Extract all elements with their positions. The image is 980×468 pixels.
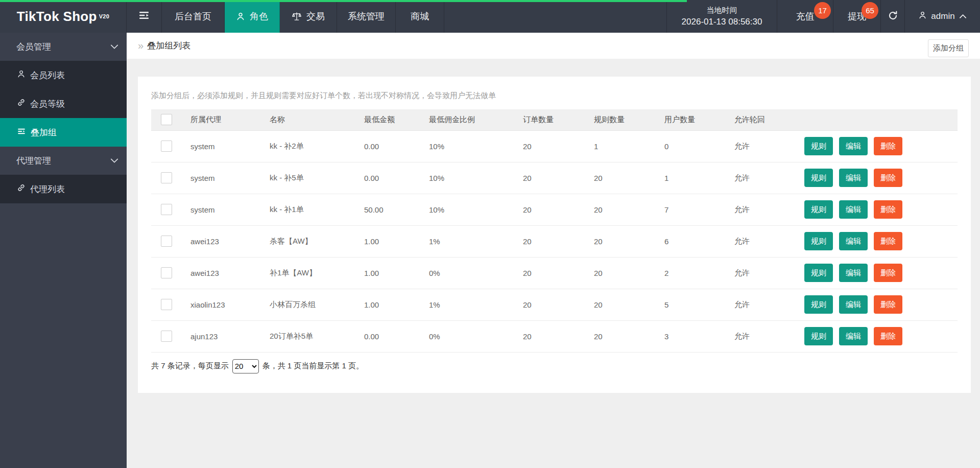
link-icon [17,98,26,109]
withdraw-badge: 65 [862,2,878,19]
cell-min-amount: 50.00 [364,194,429,225]
sidebar-item-member-level-label: 会员等级 [30,98,65,110]
edit-button[interactable]: 编辑 [839,200,868,219]
chevron-down-icon [110,42,118,52]
rule-button[interactable]: 规则 [804,169,833,187]
row-checkbox[interactable] [161,141,172,152]
edit-button[interactable]: 编辑 [839,232,868,250]
cell-name: kk - 补1单 [270,194,364,225]
cell-min-commission: 1% [429,289,523,320]
row-checkbox[interactable] [161,267,172,278]
edit-button[interactable]: 编辑 [839,295,868,314]
logo-version: V20 [99,13,109,19]
cell-actions: 规则编辑删除 [804,130,958,162]
cell-rule-count: 20 [594,320,664,352]
local-time-block: 当地时间 2026-01-13 08:56:30 [666,0,777,33]
user-name: admin [931,11,954,21]
delete-button[interactable]: 删除 [874,169,902,187]
add-group-button[interactable]: 添加分组 [928,39,969,57]
cell-agent: awei123 [190,225,270,257]
nav-item-home[interactable]: 后台首页 [162,0,225,33]
cell-min-commission: 10% [429,194,523,225]
nav-home-label: 后台首页 [175,10,211,22]
row-checkbox[interactable] [161,299,172,310]
rule-button[interactable]: 规则 [804,327,833,345]
nav-trade-label: 交易 [306,10,325,22]
rule-button[interactable]: 规则 [804,264,833,282]
sidebar-item-stack-group[interactable]: 叠加组 [0,118,127,147]
sidebar-toggle-button[interactable] [127,0,162,33]
cell-name: 补1单【AW】 [270,257,364,289]
logo-text: TikTok Shop [17,9,97,25]
edit-button[interactable]: 编辑 [839,137,868,155]
recharge-label: 充值 [796,10,815,22]
col-name: 名称 [270,109,364,130]
delete-button[interactable]: 删除 [874,232,902,250]
cell-allow-loop: 允许 [734,194,804,225]
recharge-button[interactable]: 充值 17 [777,0,833,33]
cell-user-count: 0 [664,130,734,162]
sidebar-group-agent[interactable]: 代理管理 [0,147,127,175]
cell-user-count: 6 [664,225,734,257]
sidebar: 会员管理 会员列表 会员等级 叠加组 代理管理 [0,33,127,468]
sidebar-item-member-list[interactable]: 会员列表 [0,61,127,89]
rule-button[interactable]: 规则 [804,200,833,219]
delete-button[interactable]: 删除 [874,264,902,282]
row-checkbox[interactable] [161,236,172,247]
header-spacer [444,0,666,33]
delete-button[interactable]: 删除 [874,137,902,155]
delete-button[interactable]: 删除 [874,327,902,345]
row-checkbox[interactable] [161,204,172,215]
cell-allow-loop: 允许 [734,162,804,194]
select-all-checkbox[interactable] [161,114,172,125]
user-menu[interactable]: admin [905,0,980,33]
sidebar-item-agent-list[interactable]: 代理列表 [0,175,127,203]
col-min-commission: 最低佣金比例 [429,109,523,130]
edit-button[interactable]: 编辑 [839,264,868,282]
link-icon [17,183,26,195]
nav-item-mall[interactable]: 商城 [396,0,444,33]
row-checkbox[interactable] [161,331,172,342]
cell-order-count: 20 [523,225,594,257]
delete-button[interactable]: 删除 [874,295,902,314]
cell-agent: awei123 [190,257,270,289]
edit-button[interactable]: 编辑 [839,327,868,345]
group-table-body: systemkk - 补2单0.0010%2010允许规则编辑删除systemk… [151,130,958,352]
cell-rule-count: 20 [594,225,664,257]
cell-order-count: 20 [523,194,594,225]
refresh-button[interactable] [881,0,905,33]
rule-button[interactable]: 规则 [804,137,833,155]
hamburger-icon [138,9,150,24]
cell-min-amount: 1.00 [364,289,429,320]
nav-mall-label: 商城 [411,10,429,22]
edit-button[interactable]: 编辑 [839,169,868,187]
local-time-value: 2026-01-13 08:56:30 [682,16,762,29]
nav-system-label: 系统管理 [348,10,385,22]
rule-button[interactable]: 规则 [804,232,833,250]
cell-order-count: 20 [523,162,594,194]
rule-button[interactable]: 规则 [804,295,833,314]
app-logo: TikTok Shop V20 [0,0,127,33]
nav-item-system[interactable]: 系统管理 [337,0,396,33]
delete-button[interactable]: 删除 [874,200,902,219]
cell-min-amount: 0.00 [364,162,429,194]
cell-user-count: 1 [664,162,734,194]
person-icon [236,12,245,21]
cell-allow-loop: 允许 [734,289,804,320]
per-page-select[interactable]: 20 [232,359,259,373]
row-checkbox[interactable] [161,172,172,183]
sidebar-item-member-list-label: 会员列表 [30,69,65,81]
cell-agent: system [190,130,270,162]
sidebar-item-member-level[interactable]: 会员等级 [0,89,127,118]
col-rule-count: 规则数量 [594,109,664,130]
nav-item-role[interactable]: 角色 [225,0,280,33]
cell-agent: system [190,162,270,194]
nav-item-trade[interactable]: 交易 [280,0,337,33]
col-actions [804,109,958,130]
recharge-badge: 17 [814,2,831,19]
sidebar-group-member[interactable]: 会员管理 [0,33,127,61]
cell-min-amount: 1.00 [364,257,429,289]
withdraw-button[interactable]: 提现 65 [833,0,881,33]
content-card: 添加分组后，必须添加规则，并且规则需要对应好订单个数，若出现不对称情况，会导致用… [138,77,971,393]
local-time-label: 当地时间 [707,5,737,16]
